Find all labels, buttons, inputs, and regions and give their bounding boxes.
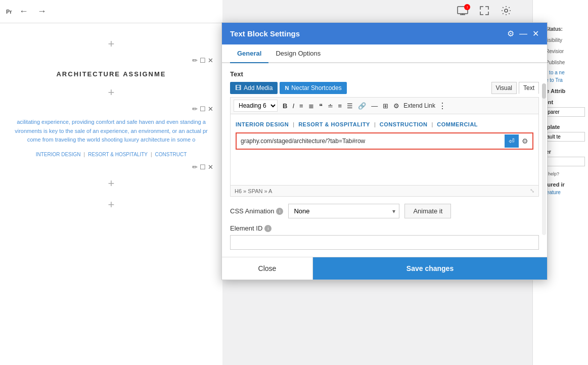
edit-icon-3[interactable]: ✏ xyxy=(192,163,198,171)
modal-title: Text Block Settings xyxy=(230,29,300,38)
modal-footer: Close Save changes xyxy=(222,257,547,280)
row-controls-2: ✏ ☐ ✕ xyxy=(5,103,217,115)
save-changes-btn[interactable]: Save changes xyxy=(313,257,547,280)
edit-icon-2[interactable]: ✏ xyxy=(192,105,198,113)
ul-btn[interactable]: ≡ xyxy=(297,101,305,111)
close-btn[interactable]: Close xyxy=(222,257,313,280)
edit-icon[interactable]: ✏ xyxy=(192,57,198,64)
table-btn[interactable]: ⊞ xyxy=(381,101,390,111)
nectar-shortcodes-btn[interactable]: N Nectar Shortcodes xyxy=(280,82,346,94)
visual-text-tabs: Visual Text xyxy=(491,82,539,94)
status-bar-text: H6 » SPAN » A xyxy=(235,188,272,194)
css-animation-tooltip[interactable]: i xyxy=(276,208,283,215)
element-id-tooltip[interactable]: i xyxy=(264,225,272,232)
editor-nav-resort[interactable]: RESORT & HOSPITALITY xyxy=(298,121,370,127)
blockquote-btn[interactable]: ❝ xyxy=(317,101,325,111)
nav-link-construct[interactable]: CONSTRUCT xyxy=(155,152,187,157)
element-id-input[interactable] xyxy=(230,235,539,250)
align-right-btn[interactable]: ☰ xyxy=(345,101,355,111)
copy-icon-2[interactable]: ☐ xyxy=(200,105,206,113)
more-btn[interactable]: — xyxy=(369,101,380,111)
heading-select[interactable]: Heading 6 xyxy=(234,100,278,112)
add-row-bottom2[interactable]: + xyxy=(5,194,217,215)
copy-icon-3[interactable]: ☐ xyxy=(200,163,206,171)
align-center-btn[interactable]: ≡ xyxy=(336,101,344,111)
modal-tabs: General Design Options xyxy=(222,44,547,63)
text-toolbar: 🎞 Add Media N Nectar Shortcodes Visual T… xyxy=(230,82,539,94)
editor-resize-handle[interactable]: ⤡ xyxy=(530,188,534,194)
modal-scrollbar-thumb[interactable] xyxy=(542,83,546,99)
nav-link-resort[interactable]: RESORT & HOSPITALITY xyxy=(88,152,148,157)
url-gear-btn[interactable]: ⚙ xyxy=(519,135,531,147)
nav-links: INTERIOR DESIGN | RESORT & HOSPITALITY |… xyxy=(5,148,217,161)
fmt-settings-btn[interactable]: ⚙ xyxy=(391,101,401,111)
animation-select-wrap: None Fade In Slide In Bounce ▾ xyxy=(288,204,399,218)
visual-tab-btn[interactable]: Visual xyxy=(491,82,517,94)
modal-body: Text 🎞 Add Media N Nectar Shortcodes Vis… xyxy=(222,63,547,257)
url-submit-btn[interactable]: ⏎ xyxy=(505,134,519,148)
animate-it-btn[interactable]: Animate it xyxy=(404,204,451,218)
architecture-heading: ARCHITECTURE ASSIGNME xyxy=(5,66,217,82)
editor-nav-interior[interactable]: INTERIOR DESIGN xyxy=(236,121,289,127)
background-page: Pr ← → + ✏ ☐ ✕ ARCHITECTURE ASSIGNME + ✏… xyxy=(0,0,222,365)
add-row-mid[interactable]: + xyxy=(5,82,217,103)
redo-button[interactable]: → xyxy=(35,4,49,19)
delete-icon[interactable]: ✕ xyxy=(208,57,213,64)
extend-link-label: Extend Link xyxy=(403,102,435,109)
nav-link-interior[interactable]: INTERIOR DESIGN xyxy=(36,152,81,157)
copy-icon[interactable]: ☐ xyxy=(200,57,206,64)
top-toolbar: Pr ← → xyxy=(0,0,222,23)
bold-btn[interactable]: B xyxy=(281,101,289,111)
preview-icon-btn[interactable]: ! xyxy=(455,4,470,20)
delete-icon-2[interactable]: ✕ xyxy=(208,105,213,113)
css-animation-label: CSS Animation i xyxy=(230,207,283,215)
editor-content[interactable]: INTERIOR DESIGN | RESORT & HOSPITALITY |… xyxy=(230,114,539,186)
modal-settings-btn[interactable]: ⚙ xyxy=(507,29,514,38)
url-input[interactable] xyxy=(238,135,505,147)
tab-design-options[interactable]: Design Options xyxy=(268,44,328,63)
top-icons-bar: ! xyxy=(455,3,514,21)
add-row-top[interactable]: + xyxy=(5,33,217,55)
tab-general[interactable]: General xyxy=(230,44,268,63)
editor-nav-commercial[interactable]: COMMERCIAL xyxy=(437,121,478,127)
templates-label: Pr xyxy=(6,9,12,15)
editor-nav: INTERIOR DESIGN | RESORT & HOSPITALITY |… xyxy=(236,119,533,129)
page-content: + ✏ ☐ ✕ ARCHITECTURE ASSIGNME + ✏ ☐ ✕ ac… xyxy=(0,23,222,225)
css-animation-row: CSS Animation i None Fade In Slide In Bo… xyxy=(230,204,539,218)
modal-scrollbar-track xyxy=(542,83,546,235)
nectar-icon: N xyxy=(285,85,289,91)
delete-icon-3[interactable]: ✕ xyxy=(208,163,213,171)
status-label: Status: xyxy=(546,26,563,32)
element-id-label: Element ID i xyxy=(230,224,539,232)
link-btn[interactable]: 🔗 xyxy=(356,101,368,111)
ol-btn[interactable]: ≣ xyxy=(306,101,316,111)
modal-close-btn[interactable]: ✕ xyxy=(532,29,539,38)
share-btn[interactable]: ⋮ xyxy=(436,100,448,112)
editor-nav-construction[interactable]: CONSTRUCTION xyxy=(380,121,428,127)
animation-select[interactable]: None Fade In Slide In Bounce xyxy=(288,204,399,218)
text-block-settings-modal: Text Block Settings ⚙ — ✕ General Design… xyxy=(221,22,548,280)
svg-point-3 xyxy=(505,9,508,12)
add-media-icon: 🎞 xyxy=(235,84,241,92)
add-row-bottom[interactable]: + xyxy=(5,173,217,194)
align-left-btn[interactable]: ≐ xyxy=(326,101,335,111)
add-media-btn[interactable]: 🎞 Add Media xyxy=(230,82,278,94)
modal-header-icons: ⚙ — ✕ xyxy=(507,29,539,38)
row-controls-1: ✏ ☐ ✕ xyxy=(5,55,217,66)
text-tab-btn[interactable]: Text xyxy=(519,82,539,94)
editor-empty-space xyxy=(236,150,533,180)
settings-icon-btn[interactable] xyxy=(499,3,514,21)
body-text: acilitating experience, providing comfor… xyxy=(5,115,217,148)
modal-header: Text Block Settings ⚙ — ✕ xyxy=(222,23,547,44)
text-section-label: Text xyxy=(230,70,539,78)
modal-minimize-btn[interactable]: — xyxy=(519,29,527,38)
expand-icon-btn[interactable] xyxy=(477,4,491,20)
css-animation-section: CSS Animation i None Fade In Slide In Bo… xyxy=(230,204,539,218)
preview-badge: ! xyxy=(464,4,470,10)
url-input-row: ⏎ ⚙ xyxy=(236,132,533,150)
element-id-section: Element ID i xyxy=(230,224,539,250)
editor-status-bar: H6 » SPAN » A ⤡ xyxy=(230,186,539,197)
undo-button[interactable]: ← xyxy=(17,4,30,19)
italic-btn[interactable]: I xyxy=(290,101,296,111)
bottom-row-controls: ✏ ☐ ✕ xyxy=(5,161,217,173)
